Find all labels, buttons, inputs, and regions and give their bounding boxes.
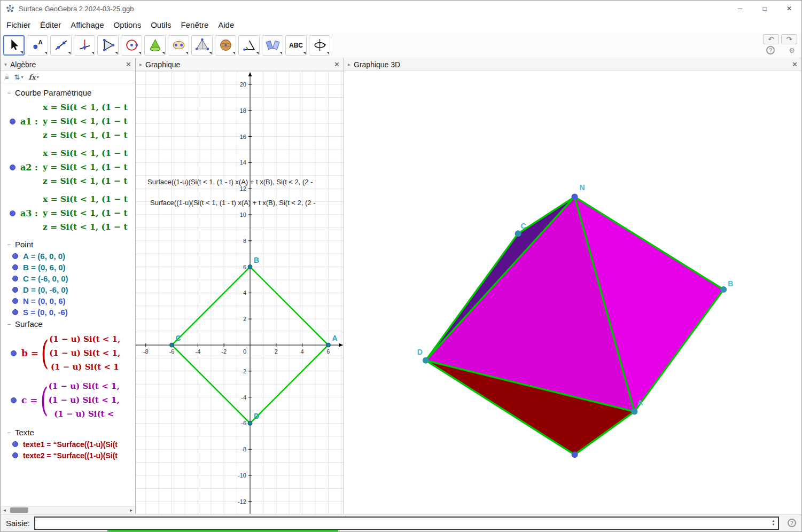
- point-C[interactable]: [170, 343, 174, 347]
- point-A[interactable]: [326, 343, 330, 347]
- algebra-section-courbe-parametrique[interactable]: −Courbe Paramétrique: [1, 87, 135, 99]
- algebra-section-texte[interactable]: −Texte: [1, 426, 135, 439]
- visibility-toggle[interactable]: [11, 350, 17, 356]
- menu-item-outils[interactable]: Outils: [146, 18, 176, 32]
- algebra-close-icon[interactable]: ✕: [126, 60, 131, 68]
- panel-style-icon[interactable]: ▸: [348, 61, 351, 67]
- tool-dropdown-icon[interactable]: [279, 52, 282, 54]
- collapse-icon[interactable]: −: [6, 320, 12, 328]
- point-D[interactable]: [248, 421, 252, 425]
- scroll-right-icon[interactable]: ▸: [127, 506, 135, 514]
- algebra-list-icon[interactable]: ≡: [5, 73, 9, 81]
- undo-button[interactable]: ↶: [763, 34, 779, 44]
- algebra-item-a3-[interactable]: a3 :x = Si(t < 1, (1 − ty = Si(t < 1, (1…: [1, 192, 135, 234]
- visibility-toggle[interactable]: [10, 165, 15, 170]
- algebra-item-n[interactable]: N = (0, 0, 6): [1, 295, 135, 307]
- visibility-toggle[interactable]: [12, 452, 18, 458]
- tool-dropdown-icon[interactable]: [303, 52, 306, 54]
- tool-dropdown-icon[interactable]: [91, 52, 94, 54]
- visibility-toggle[interactable]: [12, 298, 18, 304]
- command-input[interactable]: [34, 517, 779, 530]
- algebra-item-a1-[interactable]: a1 :x = Si(t < 1, (1 − ty = Si(t < 1, (1…: [1, 100, 135, 142]
- tool-dropdown-icon[interactable]: [44, 52, 47, 54]
- visibility-toggle[interactable]: [12, 287, 18, 293]
- close-button[interactable]: ✕: [777, 1, 801, 17]
- algebra-section-point[interactable]: −Point: [1, 238, 135, 251]
- menu-item-affichage[interactable]: Affichage: [66, 18, 108, 32]
- graphics-2d-close-icon[interactable]: ✕: [334, 60, 340, 68]
- reflection-tool[interactable]: [262, 35, 283, 56]
- tool-dropdown-icon[interactable]: [326, 52, 329, 54]
- menu-item-editer[interactable]: Éditer: [35, 18, 66, 32]
- minimize-button[interactable]: ─: [728, 1, 752, 17]
- vertex-A[interactable]: [631, 408, 637, 414]
- point-tool[interactable]: A: [27, 35, 48, 56]
- graphics-2d-view[interactable]: -8-6-4-2246-12-10-8-6-4-2246810121416182…: [136, 71, 344, 514]
- algebra-sort-icon[interactable]: ⇅▾: [14, 73, 24, 81]
- tool-dropdown-icon[interactable]: [20, 51, 23, 54]
- graphics-3d-view[interactable]: N C B D A: [344, 71, 801, 514]
- scrollbar-thumb[interactable]: [10, 507, 28, 513]
- pyramid-tool[interactable]: [191, 35, 213, 56]
- maximize-button[interactable]: □: [752, 1, 777, 17]
- algebra-item-c-[interactable]: c =((1 − u) Si(t < 1,(1 − u) Si(t < 1,(1…: [1, 379, 135, 421]
- tool-dropdown-icon[interactable]: [138, 52, 141, 54]
- vertex-C[interactable]: [515, 230, 521, 237]
- rotate-view-tool[interactable]: [309, 35, 330, 56]
- line-tool[interactable]: [50, 35, 72, 56]
- vertex-B[interactable]: [720, 286, 727, 293]
- visibility-toggle[interactable]: [12, 264, 18, 270]
- visibility-toggle[interactable]: [11, 397, 17, 403]
- algebra-horizontal-scrollbar[interactable]: ◂ ▸: [1, 506, 135, 514]
- panel-style-icon[interactable]: ▾: [4, 61, 7, 67]
- vertex-N[interactable]: [572, 193, 578, 200]
- panel-style-icon[interactable]: ▸: [139, 61, 142, 67]
- move-tool[interactable]: [3, 35, 25, 56]
- algebra-item-texte1[interactable]: texte1 = “Surface((1-u)(Si(t: [1, 439, 135, 450]
- algebra-item-s[interactable]: S = (0, 0, -6): [1, 307, 135, 318]
- algebra-item-texte2[interactable]: texte2 = “Surface((1-u)(Si(t: [1, 450, 135, 461]
- vertex-D[interactable]: [423, 357, 429, 364]
- menu-item-aide[interactable]: Aide: [213, 18, 239, 32]
- algebra-fx-icon[interactable]: fx▾: [29, 73, 39, 81]
- visibility-toggle[interactable]: [10, 119, 15, 124]
- circle-tool[interactable]: [121, 35, 142, 56]
- menu-item-options[interactable]: Options: [108, 18, 146, 32]
- polygon-tool[interactable]: [97, 35, 119, 56]
- algebra-item-d[interactable]: D = (0, -6, 0): [1, 284, 135, 295]
- help-icon[interactable]: ?: [766, 46, 775, 54]
- algebra-item-b[interactable]: B = (0, 6, 0): [1, 262, 135, 273]
- visibility-toggle[interactable]: [12, 253, 18, 259]
- tool-dropdown-icon[interactable]: [115, 52, 118, 54]
- intersection-curve-tool[interactable]: [168, 35, 189, 56]
- menu-item-fichier[interactable]: Fichier: [2, 18, 35, 32]
- visibility-toggle[interactable]: [12, 276, 18, 281]
- angle-tool[interactable]: [238, 35, 260, 56]
- collapse-icon[interactable]: −: [6, 241, 12, 248]
- algebra-item-a2-[interactable]: a2 :x = Si(t < 1, (1 − ty = Si(t < 1, (1…: [1, 146, 135, 188]
- scrollbar-track[interactable]: [9, 506, 127, 514]
- algebra-section-surface[interactable]: −Surface: [1, 318, 135, 330]
- scroll-left-icon[interactable]: ◂: [1, 506, 9, 514]
- cone-tool[interactable]: [144, 35, 166, 56]
- point-B[interactable]: [248, 265, 252, 269]
- perpendicular-line-tool[interactable]: [74, 35, 95, 56]
- visibility-toggle[interactable]: [12, 309, 18, 315]
- visibility-toggle[interactable]: [10, 210, 15, 216]
- tool-dropdown-icon[interactable]: [209, 52, 212, 54]
- algebra-item-a[interactable]: A = (6, 0, 0): [1, 251, 135, 262]
- input-history-spinner-icon[interactable]: ▲▼: [770, 519, 777, 528]
- tool-dropdown-icon[interactable]: [232, 52, 235, 54]
- algebra-item-c[interactable]: C = (-6, 0, 0): [1, 273, 135, 284]
- tool-dropdown-icon[interactable]: [185, 52, 188, 54]
- tool-dropdown-icon[interactable]: [256, 52, 259, 54]
- collapse-icon[interactable]: −: [6, 429, 12, 436]
- settings-gear-icon[interactable]: ⚙: [789, 46, 795, 54]
- menu-item-fenetre[interactable]: Fenêtre: [176, 18, 214, 32]
- tool-dropdown-icon[interactable]: [68, 52, 71, 54]
- algebra-item-b-[interactable]: b =((1 − u) Si(t < 1,(1 − u) Si(t < 1,(1…: [1, 332, 135, 374]
- text-tool[interactable]: ABC: [285, 35, 307, 56]
- collapse-icon[interactable]: −: [6, 89, 12, 97]
- sphere-tool[interactable]: [215, 35, 236, 56]
- graphics-3d-close-icon[interactable]: ✕: [792, 60, 798, 68]
